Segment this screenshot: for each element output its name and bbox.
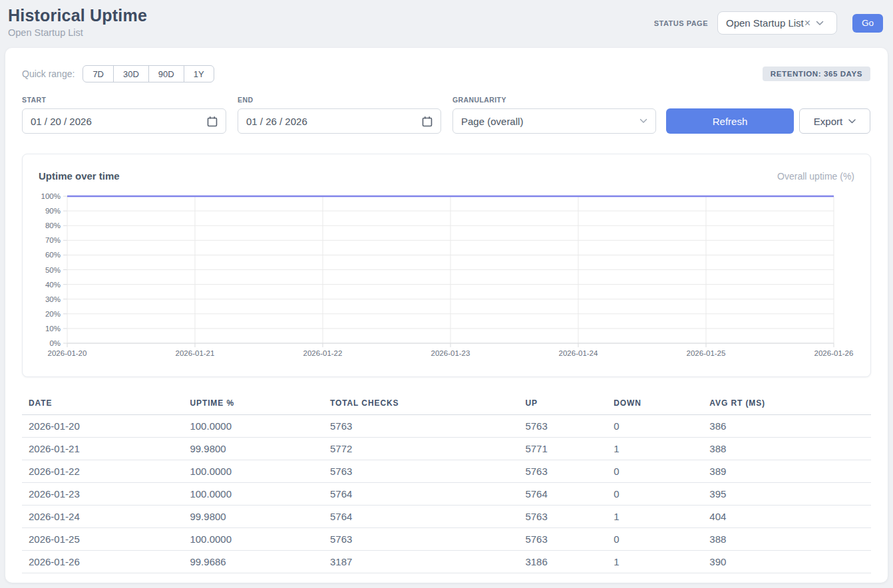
status-page-select[interactable]: Open Startup List × <box>717 11 837 35</box>
quick-range-90d-button[interactable]: 90D <box>148 65 184 82</box>
status-page-controls: STATUS PAGE Open Startup List × Go <box>654 11 883 35</box>
cell-uptime: 100.0000 <box>183 528 323 551</box>
granularity-select[interactable]: Page (overall) <box>452 108 656 134</box>
svg-text:2026-01-26: 2026-01-26 <box>814 349 854 357</box>
table-row: 2026-01-2499.9800576457631404 <box>22 506 871 528</box>
svg-text:20%: 20% <box>45 310 61 318</box>
svg-text:2026-01-23: 2026-01-23 <box>431 349 470 357</box>
chart-header: Uptime over time Overall uptime (%) <box>39 170 854 182</box>
table-row: 2026-01-25100.0000576357630388 <box>22 528 871 551</box>
cell-avg-rt: 390 <box>703 551 871 573</box>
cell-down: 0 <box>607 415 703 438</box>
quick-range-row: Quick range: 7D 30D 90D 1Y RETENTION: 36… <box>22 65 870 82</box>
end-date-value: 01 / 26 / 2026 <box>246 116 307 127</box>
svg-text:0%: 0% <box>49 339 61 347</box>
uptime-table: DATE UPTIME % TOTAL CHECKS UP DOWN AVG R… <box>22 392 871 573</box>
page-subtitle: Open Startup List <box>8 27 83 38</box>
granularity-field: GRANULARITY Page (overall) <box>452 96 656 134</box>
status-page-label: STATUS PAGE <box>654 19 708 27</box>
calendar-icon[interactable] <box>207 116 218 127</box>
column-header-uptime: UPTIME % <box>183 392 323 415</box>
chevron-down-icon <box>639 118 647 124</box>
svg-text:50%: 50% <box>45 266 61 274</box>
start-date-value: 01 / 20 / 2026 <box>31 116 92 127</box>
cell-up: 5763 <box>518 415 607 438</box>
cell-uptime: 100.0000 <box>183 415 323 438</box>
cell-date: 2026-01-21 <box>22 438 183 460</box>
table-row: 2026-01-22100.0000576357630389 <box>22 460 871 483</box>
svg-text:60%: 60% <box>45 251 61 259</box>
chart-title: Uptime over time <box>39 170 120 182</box>
column-header-down: DOWN <box>607 392 703 415</box>
cell-total-checks: 5763 <box>323 528 518 551</box>
svg-text:90%: 90% <box>45 207 61 215</box>
filter-form-row: START 01 / 20 / 2026 END 01 / 26 / 2026 <box>22 96 870 134</box>
cell-down: 0 <box>607 483 703 506</box>
svg-text:2026-01-20: 2026-01-20 <box>48 349 87 357</box>
cell-avg-rt: 395 <box>703 483 871 506</box>
cell-total-checks: 5764 <box>323 506 518 528</box>
svg-text:80%: 80% <box>45 221 61 229</box>
cell-up: 5771 <box>518 438 607 460</box>
export-button-label: Export <box>814 116 842 127</box>
table-row: 2026-01-20100.0000576357630386 <box>22 415 871 438</box>
cell-date: 2026-01-25 <box>22 528 183 551</box>
refresh-button[interactable]: Refresh <box>666 108 794 134</box>
chevron-down-icon <box>816 21 824 26</box>
svg-text:2026-01-25: 2026-01-25 <box>687 349 726 357</box>
start-date-label: START <box>22 96 226 104</box>
column-header-date: DATE <box>22 392 183 415</box>
end-date-input[interactable]: 01 / 26 / 2026 <box>238 108 441 134</box>
column-header-avg-rt: AVG RT (MS) <box>703 392 871 415</box>
cell-uptime: 99.9686 <box>183 551 323 573</box>
cell-up: 5763 <box>518 460 607 483</box>
export-button[interactable]: Export <box>799 108 870 134</box>
y-grid-and-labels: 100%90%80%70%60%50%40%30%20%10%0% <box>41 192 834 347</box>
cell-uptime: 100.0000 <box>183 483 323 506</box>
cell-down: 0 <box>607 460 703 483</box>
end-date-field: END 01 / 26 / 2026 <box>238 96 441 134</box>
table-row: 2026-01-2199.9800577257711388 <box>22 438 871 460</box>
cell-uptime: 99.9800 <box>183 438 323 460</box>
calendar-icon[interactable] <box>422 116 433 127</box>
cell-total-checks: 5772 <box>323 438 518 460</box>
go-button[interactable]: Go <box>852 14 883 33</box>
quick-range-label: Quick range: <box>22 69 75 79</box>
cell-date: 2026-01-20 <box>22 415 183 438</box>
cell-date: 2026-01-26 <box>22 551 183 573</box>
cell-up: 3186 <box>518 551 607 573</box>
top-bar: Historical Uptime Open Startup List STAT… <box>0 0 893 48</box>
chevron-down-icon <box>848 119 856 124</box>
column-header-up: UP <box>518 392 607 415</box>
uptime-chart-card: Uptime over time Overall uptime (%) 100%… <box>22 154 871 377</box>
status-page-selected-value: Open Startup List <box>726 17 804 29</box>
cell-date: 2026-01-23 <box>22 483 183 506</box>
table-row: 2026-01-23100.0000576457640395 <box>22 483 871 506</box>
uptime-chart: 100%90%80%70%60%50%40%30%20%10%0%2026-01… <box>23 188 870 367</box>
cell-down: 1 <box>607 438 703 460</box>
chart-legend-label: Overall uptime (%) <box>777 171 854 182</box>
cell-up: 5763 <box>518 506 607 528</box>
cell-down: 1 <box>607 551 703 573</box>
retention-badge: RETENTION: 365 DAYS <box>763 67 870 81</box>
cell-up: 5764 <box>518 483 607 506</box>
cell-down: 0 <box>607 528 703 551</box>
svg-text:40%: 40% <box>45 281 61 289</box>
cell-avg-rt: 389 <box>703 460 871 483</box>
svg-text:30%: 30% <box>45 295 61 303</box>
granularity-selected-value: Page (overall) <box>461 116 523 127</box>
page-title: Historical Uptime <box>8 6 147 25</box>
cell-total-checks: 3187 <box>323 551 518 573</box>
start-date-input[interactable]: 01 / 20 / 2026 <box>22 108 226 134</box>
quick-range-1y-button[interactable]: 1Y <box>184 65 214 82</box>
cell-avg-rt: 388 <box>703 438 871 460</box>
table-header-row: DATE UPTIME % TOTAL CHECKS UP DOWN AVG R… <box>22 392 871 415</box>
quick-range-7d-button[interactable]: 7D <box>83 65 114 82</box>
end-date-label: END <box>238 96 441 104</box>
x-grid-and-labels: 2026-01-202026-01-212026-01-222026-01-23… <box>48 196 854 357</box>
cell-date: 2026-01-24 <box>22 506 183 528</box>
svg-text:100%: 100% <box>41 192 61 200</box>
quick-range-30d-button[interactable]: 30D <box>113 65 149 82</box>
clear-selection-icon[interactable]: × <box>804 18 810 29</box>
cell-total-checks: 5763 <box>323 460 518 483</box>
